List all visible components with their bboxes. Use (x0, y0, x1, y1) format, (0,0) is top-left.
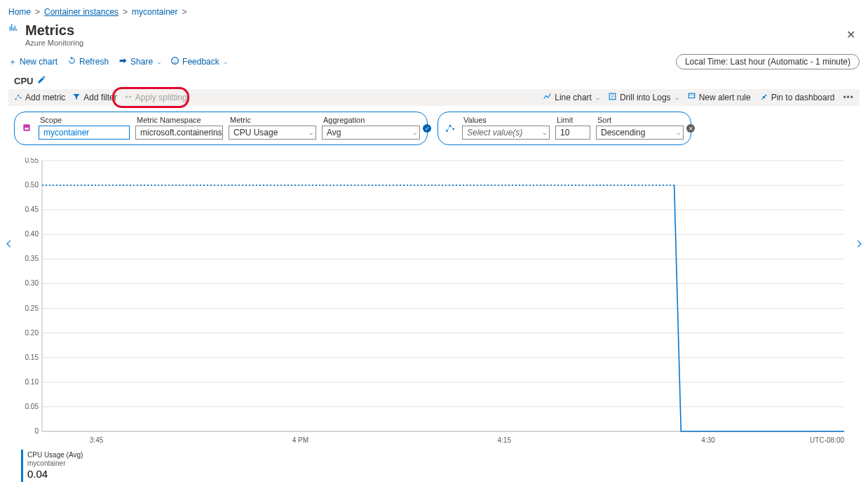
add-metric-label: Add metric (25, 93, 65, 102)
filter-icon (72, 93, 81, 103)
chevron-down-icon: ⌵ (309, 129, 313, 136)
page-subtitle: Azure Monitoring (25, 39, 83, 47)
pin-to-dashboard-button[interactable]: Pin to dashboard (759, 92, 835, 103)
sort-label: Sort (596, 116, 684, 124)
svg-text:0.05: 0.05 (25, 403, 39, 410)
pencil-icon (37, 75, 46, 84)
chevron-down-icon: ⌵ (157, 58, 161, 65)
resource-icon (20, 122, 33, 133)
add-filter-button[interactable]: Add filter (72, 93, 116, 103)
apply-splitting-label: Apply splitting (135, 93, 187, 102)
svg-text:0.35: 0.35 (25, 255, 39, 262)
alert-icon (687, 92, 696, 103)
svg-text:4 PM: 4 PM (292, 436, 308, 444)
breadcrumb-link-mycontainer[interactable]: mycontainer (132, 7, 177, 17)
chevron-down-icon: ⌵ (543, 129, 546, 136)
line-chart-icon (543, 92, 552, 103)
svg-text:0: 0 (34, 427, 39, 435)
breadcrumb-separator-icon: > (35, 7, 40, 17)
svg-point-2 (176, 60, 177, 60)
limit-input[interactable]: 10 (555, 126, 590, 140)
metrics-icon (8, 22, 18, 34)
chevron-down-icon: ⌵ (216, 129, 219, 136)
chart-title-row: CPU (0, 74, 868, 89)
prev-chart-button[interactable] (1, 234, 17, 258)
svg-text:UTC-08:00: UTC-08:00 (810, 436, 844, 444)
svg-text:3:45: 3:45 (90, 436, 104, 444)
metric-label: Metric (229, 116, 316, 124)
legend-card[interactable]: CPU Usage (Avg) mycontainer 0.04 (21, 450, 87, 482)
metric-namespace-label: Metric Namespace (135, 116, 223, 124)
svg-text:0.30: 0.30 (25, 279, 39, 287)
svg-text:4:30: 4:30 (701, 436, 715, 444)
svg-text:0.25: 0.25 (25, 304, 39, 312)
remove-split-badge[interactable]: ✕ (686, 124, 695, 133)
split-settings-icon (444, 122, 456, 133)
share-label: Share (130, 57, 153, 67)
aggregation-label: Aggregation (322, 116, 420, 124)
pin-to-dashboard-label: Pin to dashboard (771, 93, 835, 102)
add-filter-label: Add filter (83, 93, 116, 102)
metric-select[interactable]: CPU Usage ⌵ (229, 126, 316, 140)
metric-config-pill: Scope mycontainer Metric Namespace micro… (14, 112, 428, 145)
chart-type-button[interactable]: Line chart ⌵ (543, 92, 599, 103)
feedback-button[interactable]: Feedback ⌵ (170, 56, 227, 67)
metric-value: CPU Usage (233, 128, 278, 137)
chevron-right-icon (854, 236, 864, 252)
time-range-selector[interactable]: Local Time: Last hour (Automatic - 1 min… (676, 54, 860, 69)
more-options-button[interactable]: ••• (843, 93, 854, 102)
chart-toolbar: Add metric Add filter Apply splitting Li… (8, 89, 860, 106)
add-metric-button[interactable]: Add metric (14, 93, 65, 103)
plus-icon: ＋ (8, 56, 17, 68)
drill-into-logs-label: Drill into Logs (620, 93, 671, 102)
edit-title-button[interactable] (37, 75, 46, 86)
svg-rect-9 (25, 128, 28, 130)
pin-icon (759, 92, 768, 103)
feedback-label: Feedback (182, 57, 219, 67)
metric-config-row: Scope mycontainer Metric Namespace micro… (0, 106, 868, 148)
legend-resource-name: mycontainer (27, 459, 83, 468)
breadcrumb-link-container-instances[interactable]: Container instances (44, 7, 118, 17)
close-panel-button[interactable]: ✕ (842, 24, 860, 46)
line-chart[interactable]: 00.050.100.150.200.250.300.350.400.450.5… (21, 158, 848, 445)
ellipsis-icon: ••• (843, 93, 854, 102)
aggregation-value: Avg (327, 128, 341, 137)
page-title: Metrics (25, 22, 83, 39)
confirm-badge[interactable]: ✓ (423, 124, 431, 133)
svg-text:0.50: 0.50 (25, 181, 39, 189)
metric-namespace-select[interactable]: microsoft.containerinst... ⌵ (135, 126, 223, 140)
drill-into-logs-button[interactable]: Drill into Logs ⌵ (608, 92, 679, 103)
page-header: Metrics Azure Monitoring ✕ (0, 20, 868, 48)
svg-point-1 (173, 60, 174, 60)
chart-title: CPU (14, 76, 33, 86)
chevron-down-icon: ⌵ (596, 94, 599, 101)
chevron-left-icon (4, 236, 14, 252)
chevron-down-icon: ⌵ (224, 58, 227, 65)
svg-text:0.10: 0.10 (25, 378, 39, 386)
breadcrumb: Home > Container instances > mycontainer… (0, 0, 868, 20)
refresh-icon (67, 56, 76, 67)
scope-input[interactable]: mycontainer (39, 126, 130, 140)
svg-text:0.15: 0.15 (25, 354, 39, 361)
legend-current-value: 0.04 (27, 468, 83, 480)
apply-splitting-button[interactable]: Apply splitting (124, 93, 187, 103)
new-chart-button[interactable]: ＋ New chart (8, 56, 57, 68)
breadcrumb-link-home[interactable]: Home (8, 7, 31, 17)
new-alert-rule-button[interactable]: New alert rule (687, 92, 751, 103)
aggregation-select[interactable]: Avg ⌵ (322, 126, 420, 140)
chart-container: 00.050.100.150.200.250.300.350.400.450.5… (21, 158, 854, 445)
svg-point-0 (172, 58, 179, 65)
share-button[interactable]: Share ⌵ (118, 56, 161, 67)
split-icon (124, 93, 133, 103)
refresh-button[interactable]: Refresh (67, 56, 109, 67)
scope-value: mycontainer (43, 128, 89, 137)
legend-series-name: CPU Usage (Avg) (27, 451, 83, 459)
sort-value: Descending (601, 128, 645, 137)
values-label: Values (462, 116, 550, 124)
drill-logs-icon (608, 92, 617, 103)
svg-text:0.40: 0.40 (25, 230, 39, 238)
new-chart-label: New chart (20, 57, 57, 67)
sort-select[interactable]: Descending ⌵ (596, 126, 684, 140)
limit-label: Limit (555, 116, 590, 124)
values-select[interactable]: Select value(s) ⌵ (462, 126, 550, 140)
